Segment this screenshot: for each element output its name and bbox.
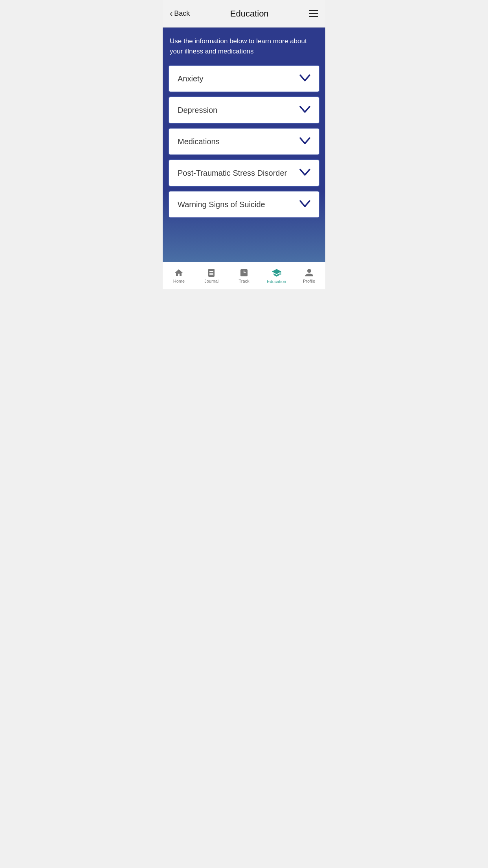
accordion-item-anxiety[interactable]: Anxiety [168,65,320,92]
education-icon [272,268,282,278]
accordion-item-depression[interactable]: Depression [168,96,320,124]
home-icon [174,268,183,278]
back-chevron-icon: ‹ [170,9,172,19]
track-icon [239,268,249,278]
accordion-label-medications: Medications [178,137,299,146]
hamburger-line-2 [309,13,318,14]
accordion-chevron-anxiety-icon [299,74,310,84]
menu-button[interactable] [309,10,318,17]
accordion-label-ptsd: Post-Traumatic Stress Disorder [178,169,299,178]
accordion-chevron-depression-icon [299,105,310,115]
accordion-item-medications[interactable]: Medications [168,128,320,155]
nav-label-journal: Journal [204,279,218,283]
nav-label-track: Track [238,279,249,283]
hamburger-line-1 [309,10,318,11]
nav-label-education: Education [267,279,286,284]
accordion-chevron-medications-icon [299,136,310,147]
accordion-label-anxiety: Anxiety [178,74,299,83]
hamburger-line-3 [309,16,318,17]
page-title: Education [230,9,269,19]
accordion-item-warning-signs[interactable]: Warning Signs of Suicide [168,191,320,218]
nav-label-home: Home [173,279,185,283]
nav-item-home[interactable]: Home [163,262,195,289]
accordion-chevron-ptsd-icon [299,168,310,178]
journal-icon [207,268,216,278]
back-label: Back [174,9,190,18]
bottom-nav: Home Journal Track Education Profile [163,262,325,289]
accordion-list: AnxietyDepressionMedicationsPost-Traumat… [168,65,320,218]
accordion-chevron-warning-signs-icon [299,199,310,210]
nav-label-profile: Profile [303,279,315,283]
profile-icon [305,268,314,278]
svg-point-0 [243,269,245,270]
accordion-item-ptsd[interactable]: Post-Traumatic Stress Disorder [168,159,320,187]
header: ‹ Back Education [163,0,325,28]
back-button[interactable]: ‹ Back [170,9,190,19]
accordion-label-warning-signs: Warning Signs of Suicide [178,200,299,209]
nav-item-profile[interactable]: Profile [293,262,325,289]
main-content: Use the information below to learn more … [163,28,325,262]
nav-item-journal[interactable]: Journal [195,262,228,289]
nav-item-track[interactable]: Track [228,262,261,289]
nav-item-education[interactable]: Education [260,262,293,289]
accordion-label-depression: Depression [178,106,299,115]
intro-text: Use the information below to learn more … [168,36,320,56]
